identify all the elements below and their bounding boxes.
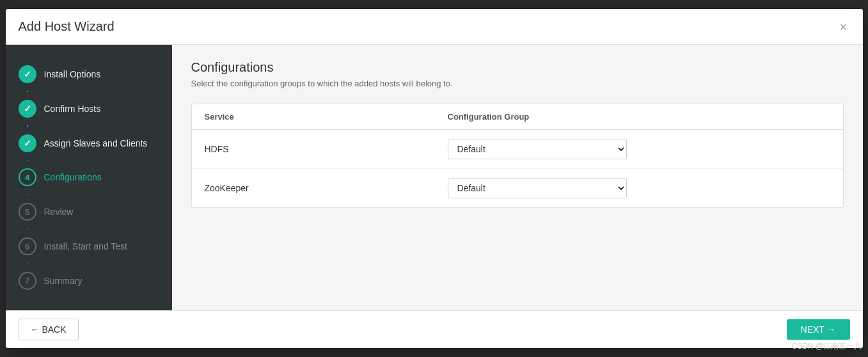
step-1-circle: ✓ <box>19 65 36 83</box>
step-7-circle: 7 <box>19 272 36 290</box>
config-select-zookeeper[interactable]: Default <box>448 178 627 198</box>
sidebar-item-assign-slaves: ✓ Assign Slaves and Clients <box>6 127 172 160</box>
modal: Add Host Wizard × ✓ Install Options ✓ <box>6 9 863 348</box>
step-3-label: Assign Slaves and Clients <box>44 138 148 148</box>
sidebar-item-install-start-test: 6 Install, Start and Test <box>6 230 172 263</box>
service-name-hdfs: HDFS <box>205 144 448 154</box>
modal-overlay: Add Host Wizard × ✓ Install Options ✓ <box>0 0 868 357</box>
service-name-zookeeper: ZooKeeper <box>205 183 448 193</box>
modal-title: Add Host Wizard <box>19 19 114 34</box>
config-table: Service Configuration Group HDFS Default… <box>191 104 844 208</box>
watermark: CSDN @江南五一八 <box>791 341 862 352</box>
modal-header: Add Host Wizard × <box>6 9 863 45</box>
step-7-label: Summary <box>44 276 83 286</box>
col-header-service: Service <box>205 112 448 122</box>
sidebar-item-configurations: 4 Configurations <box>6 161 172 194</box>
sidebar: ✓ Install Options ✓ Confirm Hosts ✓ <box>6 45 172 310</box>
col-header-config: Configuration Group <box>448 112 830 122</box>
step-5-label: Review <box>44 207 74 217</box>
table-row: HDFS Default <box>192 130 843 169</box>
sidebar-item-review: 5 Review <box>6 195 172 228</box>
step-2-circle: ✓ <box>19 100 36 118</box>
back-button[interactable]: ← BACK <box>19 319 79 340</box>
sidebar-item-confirm-hosts: ✓ Confirm Hosts <box>6 92 172 125</box>
table-header: Service Configuration Group <box>192 104 843 130</box>
content-subtitle: Select the configuration groups to which… <box>191 79 844 88</box>
sidebar-item-install-options: ✓ Install Options <box>6 58 172 91</box>
step-4-circle: 4 <box>19 168 36 186</box>
step-6-circle: 6 <box>19 237 36 255</box>
step-1-label: Install Options <box>44 69 101 79</box>
step-5-circle: 5 <box>19 203 36 221</box>
sidebar-item-summary: 7 Summary <box>6 264 172 298</box>
main-content: Configurations Select the configuration … <box>172 45 863 310</box>
modal-body: ✓ Install Options ✓ Confirm Hosts ✓ <box>6 45 863 310</box>
content-title: Configurations <box>191 60 844 75</box>
step-2-label: Confirm Hosts <box>44 104 101 114</box>
close-button[interactable]: × <box>837 20 850 33</box>
step-3-circle: ✓ <box>19 134 36 152</box>
modal-footer: ← BACK NEXT → <box>6 310 863 348</box>
step-6-label: Install, Start and Test <box>44 241 127 251</box>
table-row: ZooKeeper Default <box>192 169 843 207</box>
step-4-label: Configurations <box>44 172 102 182</box>
config-select-hdfs[interactable]: Default <box>448 139 627 159</box>
next-button[interactable]: NEXT → <box>787 319 850 340</box>
